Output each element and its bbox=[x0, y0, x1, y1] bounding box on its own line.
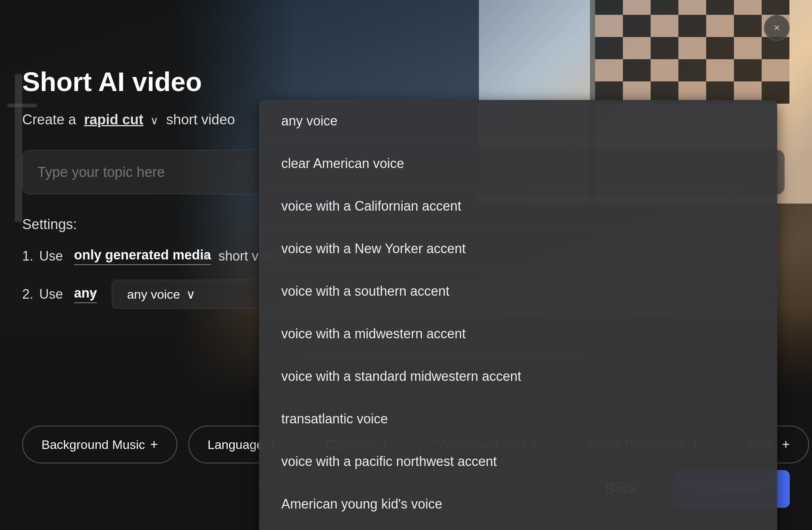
voice-option-american-kid[interactable]: American young kid's voice bbox=[259, 483, 777, 526]
gender-dropdown[interactable]: any ∨ bbox=[74, 285, 97, 303]
voice-dropdown-menu: any voice clear American voice voice wit… bbox=[259, 100, 777, 530]
voice-option-young-british[interactable]: young British voice bbox=[259, 526, 777, 530]
voice-option-midwestern[interactable]: voice with a midwestern accent bbox=[259, 313, 777, 355]
media-type-dropdown[interactable]: only generated media ∨ bbox=[74, 247, 211, 265]
page-title: Short AI video bbox=[22, 67, 790, 97]
voice-option-transatlantic[interactable]: transatlantic voice bbox=[259, 398, 777, 440]
voice-option-southern[interactable]: voice with a southern accent bbox=[259, 270, 777, 313]
voice-option-new-yorker[interactable]: voice with a New Yorker accent bbox=[259, 228, 777, 270]
background-music-button[interactable]: Background Music + bbox=[22, 426, 177, 463]
voice-option-pacific-northwest[interactable]: voice with a pacific northwest accent bbox=[259, 440, 777, 483]
voice-option-clear-american[interactable]: clear American voice bbox=[259, 142, 777, 185]
voice-option-standard-midwestern[interactable]: voice with a standard midwestern accent bbox=[259, 355, 777, 398]
style-arrow-icon: ∨ bbox=[150, 114, 158, 127]
close-button[interactable]: × bbox=[764, 15, 790, 41]
voice-option-any[interactable]: any voice bbox=[259, 100, 777, 142]
style-dropdown-trigger[interactable]: rapid cut bbox=[84, 112, 143, 127]
close-icon: × bbox=[774, 22, 780, 34]
voice-option-californian[interactable]: voice with a Californian accent bbox=[259, 185, 777, 228]
voice-type-dropdown[interactable]: any voice ∨ bbox=[112, 280, 260, 309]
voice-arrow-icon: ∨ bbox=[186, 287, 195, 302]
background-music-plus-icon: + bbox=[150, 437, 158, 452]
style-plus-icon: + bbox=[782, 437, 790, 452]
